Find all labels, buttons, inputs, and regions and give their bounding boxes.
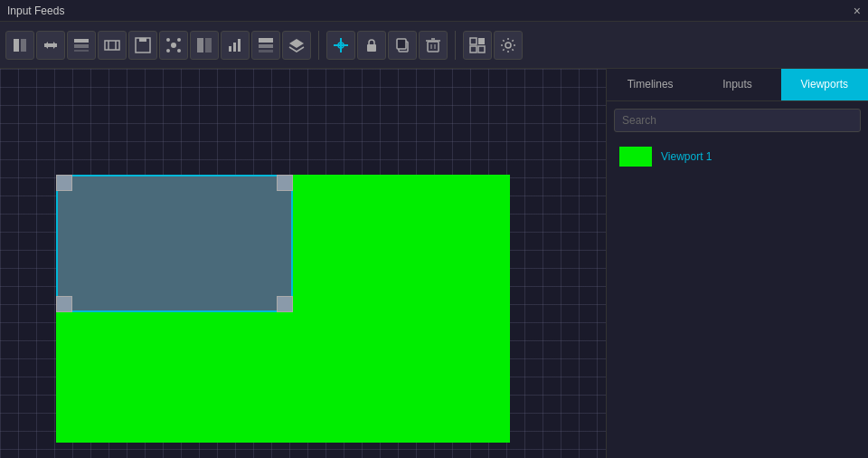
svg-marker-4 bbox=[53, 42, 57, 49]
title-bar: Input Feeds × bbox=[0, 0, 868, 22]
toolbar-group-actions bbox=[326, 31, 456, 60]
svg-rect-12 bbox=[139, 38, 146, 42]
svg-rect-1 bbox=[21, 39, 26, 52]
lock-tool-button[interactable] bbox=[357, 31, 386, 60]
svg-point-15 bbox=[177, 38, 181, 42]
svg-rect-21 bbox=[233, 43, 236, 52]
svg-point-14 bbox=[166, 38, 170, 42]
svg-rect-38 bbox=[470, 38, 476, 44]
viewport-item[interactable]: Viewport 1 bbox=[614, 143, 861, 170]
title-bar-title: Input Feeds bbox=[7, 5, 64, 17]
svg-marker-26 bbox=[289, 39, 304, 48]
svg-rect-7 bbox=[74, 50, 89, 52]
expand-h-tool-button[interactable] bbox=[98, 31, 127, 60]
toolbar bbox=[0, 22, 868, 69]
right-panel: Timelines Inputs Viewports Viewport 1 bbox=[606, 69, 868, 458]
svg-rect-8 bbox=[105, 41, 119, 50]
move-tool-button[interactable] bbox=[36, 31, 65, 60]
tab-timelines[interactable]: Timelines bbox=[607, 69, 693, 100]
svg-rect-39 bbox=[478, 38, 485, 44]
handle-top-right[interactable] bbox=[277, 175, 293, 191]
frame-tool-button[interactable] bbox=[128, 31, 157, 60]
svg-rect-41 bbox=[478, 46, 485, 52]
viewport-list: Viewport 1 bbox=[607, 139, 868, 174]
copy-tool-button[interactable] bbox=[388, 31, 417, 60]
search-input[interactable] bbox=[614, 109, 861, 132]
toolbar-group-view bbox=[463, 31, 530, 60]
grid-view-button[interactable] bbox=[463, 31, 492, 60]
svg-rect-18 bbox=[197, 38, 203, 52]
stack-tool-button[interactable] bbox=[282, 31, 311, 60]
delete-tool-button[interactable] bbox=[419, 31, 448, 60]
svg-rect-40 bbox=[470, 46, 476, 52]
svg-point-17 bbox=[177, 49, 181, 52]
svg-rect-25 bbox=[259, 50, 273, 52]
settings-button[interactable] bbox=[494, 31, 523, 60]
node-tool-button[interactable] bbox=[159, 31, 188, 60]
handle-bottom-right[interactable] bbox=[277, 296, 293, 312]
split-tool-button[interactable] bbox=[190, 31, 219, 60]
canvas-area[interactable] bbox=[0, 69, 606, 458]
handle-bottom-left[interactable] bbox=[56, 296, 72, 312]
handle-top-left[interactable] bbox=[56, 175, 72, 191]
svg-rect-22 bbox=[238, 39, 241, 52]
viewport-label: Viewport 1 bbox=[661, 150, 712, 163]
close-button[interactable]: × bbox=[854, 5, 861, 17]
svg-rect-19 bbox=[205, 38, 212, 52]
select-tool-button[interactable] bbox=[5, 31, 34, 60]
svg-rect-6 bbox=[74, 44, 89, 48]
tab-inputs[interactable]: Inputs bbox=[693, 69, 780, 100]
main-area: Timelines Inputs Viewports Viewport 1 bbox=[0, 69, 868, 458]
svg-rect-0 bbox=[14, 39, 19, 52]
viewport-color-swatch bbox=[619, 147, 652, 167]
layer-tool-button[interactable] bbox=[251, 31, 280, 60]
panel-search bbox=[607, 101, 868, 139]
chart-tool-button[interactable] bbox=[221, 31, 250, 60]
svg-rect-33 bbox=[428, 42, 439, 52]
crosshair-tool-button[interactable] bbox=[326, 31, 355, 60]
svg-rect-20 bbox=[229, 46, 231, 52]
panel-tabs: Timelines Inputs Viewports bbox=[607, 69, 868, 101]
bar-tool-button[interactable] bbox=[67, 31, 96, 60]
svg-rect-30 bbox=[367, 44, 376, 52]
svg-marker-3 bbox=[44, 42, 48, 49]
tab-viewports[interactable]: Viewports bbox=[781, 69, 868, 100]
svg-rect-5 bbox=[74, 39, 89, 43]
svg-rect-24 bbox=[259, 44, 273, 48]
svg-point-13 bbox=[171, 43, 176, 48]
svg-point-42 bbox=[505, 43, 511, 48]
toolbar-group-layout bbox=[5, 31, 319, 60]
svg-rect-32 bbox=[397, 39, 406, 49]
selected-element[interactable] bbox=[56, 175, 293, 312]
svg-rect-23 bbox=[259, 38, 273, 43]
svg-point-16 bbox=[166, 49, 170, 52]
